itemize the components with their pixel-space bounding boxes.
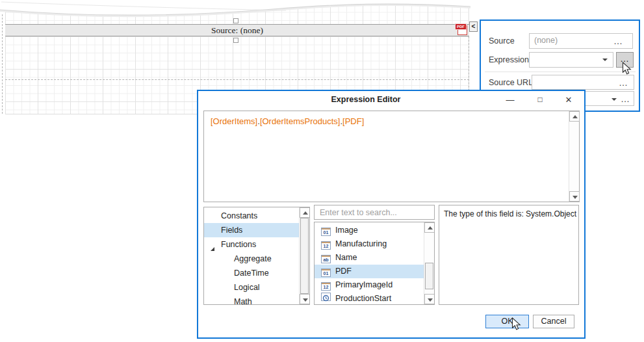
tree-category-item[interactable]: Constants (204, 209, 299, 223)
source-ellipsis-button[interactable]: … (613, 34, 623, 48)
field-type-icon-12: 12 (321, 241, 331, 250)
dialog-titlebar[interactable]: Expression Editor — □ ✕ (198, 91, 584, 109)
field-type-icon-01: 01 (321, 269, 331, 277)
pdf-file-icon: PDF (455, 23, 467, 30)
field-name-label: PrimaryImageId (335, 280, 393, 289)
panel-collapse-button[interactable]: < (469, 21, 478, 32)
expression-editor-dialog: Expression Editor — □ ✕ [OrderItems].[Or… (197, 90, 586, 339)
datetime-field-icon (321, 293, 331, 301)
source-url-field[interactable]: … (532, 75, 634, 90)
field-type-icon-12: 12 (321, 282, 331, 291)
report-band-source[interactable]: Source: (none) (5, 24, 469, 36)
panel-separator (485, 72, 636, 72)
scroll-down-icon[interactable] (424, 294, 435, 304)
memo-scrollbar[interactable] (569, 111, 579, 202)
scroll-up-icon[interactable] (569, 111, 580, 122)
field-list-item[interactable]: 12Manufacturing (315, 237, 424, 251)
dropdown-arrow-icon[interactable] (602, 59, 608, 61)
tree-category-item[interactable]: Functions (204, 237, 299, 252)
field-type-icon-ab: ab (321, 255, 331, 263)
url-expression-ellipsis-button[interactable]: … (621, 92, 630, 106)
expression-combo[interactable] (529, 52, 613, 68)
field-list-item[interactable]: ProductionStart (315, 292, 424, 305)
scroll-up-icon[interactable] (300, 207, 310, 218)
tree-scrollbar[interactable] (299, 207, 309, 304)
field-name-label: ProductionStart (335, 294, 391, 303)
expression-text: [OrderItems].[OrderItemsProducts].[PDF] (211, 116, 364, 126)
field-list-item[interactable]: 01PDF (315, 265, 424, 278)
tree-category-label: Constants (221, 211, 257, 220)
field-list-item[interactable]: 12PrimaryImageId (315, 278, 424, 292)
tree-category-label: Fields (221, 226, 242, 235)
ok-button[interactable]: OK (485, 315, 529, 328)
dropdown-arrow-icon[interactable] (612, 98, 617, 101)
field-type-info: The type of this field is: System.Object (439, 205, 579, 305)
expression-ellipsis-button[interactable]: … (616, 52, 634, 68)
tree-category-label: Math (234, 297, 252, 305)
close-icon[interactable]: ✕ (560, 93, 578, 107)
report-designer-screen: Source: (none) PDF < Source (none) … Exp… (0, 0, 644, 342)
left-margin-dashed-line (2, 14, 3, 114)
tree-category-item[interactable]: Fields (204, 223, 299, 237)
field-search-box (314, 205, 435, 220)
tree-category-item[interactable]: Aggregate (204, 252, 299, 266)
field-name-label: PDF (335, 267, 352, 276)
tree-category-label: Aggregate (234, 254, 272, 263)
selection-handle-bottom[interactable] (233, 38, 238, 43)
search-input[interactable] (315, 205, 434, 219)
category-tree: Constants Fields Functions Aggregate Dat… (203, 207, 310, 305)
band-boundary-dashed-line (5, 79, 469, 80)
source-url-label: Source URL (489, 75, 533, 90)
field-name-label: Name (335, 253, 357, 262)
cancel-button[interactable]: Cancel (533, 315, 574, 328)
scroll-down-icon[interactable] (569, 191, 580, 202)
dialog-title: Expression Editor (198, 95, 534, 104)
field-type-icon-01: 01 (321, 228, 331, 236)
source-value: (none) (534, 34, 558, 47)
field-list-item[interactable]: abName (315, 251, 424, 265)
selection-handle-top[interactable] (233, 18, 238, 23)
list-scrollbar[interactable] (424, 222, 434, 304)
tree-category-item[interactable]: Logical (204, 280, 299, 295)
maximize-icon[interactable]: □ (531, 93, 549, 107)
scroll-up-icon[interactable] (424, 222, 435, 233)
scroll-down-icon[interactable] (300, 294, 310, 304)
scrollbar-thumb[interactable] (425, 263, 433, 289)
source-label: Source (489, 33, 515, 49)
source-url-ellipsis-button[interactable]: … (619, 76, 628, 90)
expression-label: Expression (489, 52, 529, 68)
minimize-icon[interactable]: — (501, 93, 519, 107)
field-name-label: Image (335, 226, 358, 235)
field-list-item[interactable]: 01Image (315, 224, 424, 237)
fields-list: 01Image 12Manufacturing abName 01PDF 12P… (314, 222, 435, 305)
tree-category-item[interactable]: DateTime (204, 266, 299, 280)
tree-category-label: Logical (234, 283, 260, 292)
scrollbar-thumb[interactable] (300, 218, 309, 294)
tree-category-label: DateTime (234, 269, 269, 278)
tree-category-label: Functions (221, 240, 256, 249)
field-name-label: Manufacturing (335, 239, 387, 248)
source-field[interactable]: (none) … (529, 33, 633, 49)
expression-memo-edit[interactable]: [OrderItems].[OrderItemsProducts].[PDF] (203, 111, 580, 202)
tree-category-item[interactable]: Math (204, 295, 299, 305)
